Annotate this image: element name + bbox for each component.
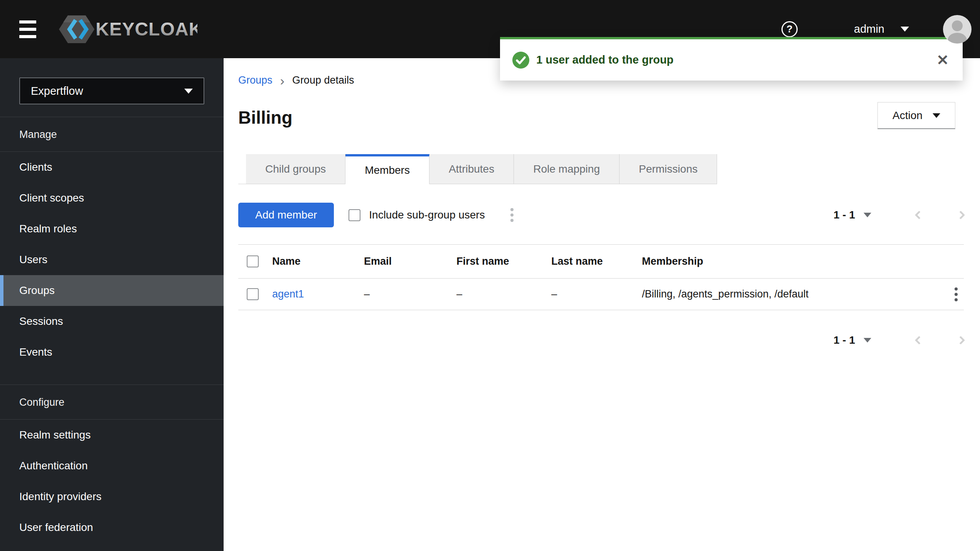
sidebar-item-client-scopes[interactable]: Client scopes: [0, 183, 224, 213]
next-page-icon[interactable]: [956, 336, 965, 345]
help-icon[interactable]: ?: [781, 21, 798, 37]
pagination-bottom: 1 - 1: [834, 334, 964, 346]
sidebar-item-realm-settings[interactable]: Realm settings: [0, 420, 224, 450]
realm-selector[interactable]: Expertflow: [19, 77, 204, 104]
pagination-range: 1 - 1: [834, 334, 855, 346]
logo-text: KEYCLOAK: [96, 19, 197, 39]
action-label: Action: [892, 109, 923, 122]
page-title: Billing: [238, 107, 964, 128]
member-email: –: [358, 288, 450, 300]
sidebar-nav: Expertflow Manage Clients Client scopes …: [0, 58, 224, 551]
sidebar-item-sessions[interactable]: Sessions: [0, 306, 224, 337]
avatar[interactable]: [943, 15, 972, 44]
members-table: Name Email First name Last name Membersh…: [238, 244, 964, 310]
tab-stub: [238, 154, 246, 184]
avatar-shoulders: [948, 33, 967, 44]
include-subgroups-label: Include sub-group users: [369, 209, 485, 221]
user-menu[interactable]: admin: [854, 23, 909, 35]
breadcrumb-groups-link[interactable]: Groups: [238, 74, 273, 86]
breadcrumb-current: Group details: [292, 74, 354, 86]
success-toast: 1 user added to the group ✕: [500, 37, 963, 81]
avatar-head: [952, 20, 963, 31]
row-kebab-icon[interactable]: [951, 284, 961, 305]
member-membership: /Billing, /agents_permission, /default: [636, 288, 937, 300]
toast-message: 1 user added to the group: [536, 54, 936, 66]
sidebar-item-user-federation[interactable]: User federation: [0, 512, 224, 543]
pagination-caret-icon[interactable]: [864, 213, 871, 217]
nav-section-configure: Configure: [0, 385, 224, 419]
pagination-bottom-wrap: 1 - 1: [238, 329, 964, 352]
caret-down-icon: [901, 27, 909, 32]
tab-attributes[interactable]: Attributes: [429, 154, 514, 184]
include-subgroups-checkbox[interactable]: [349, 209, 360, 221]
sidebar-item-identity-providers[interactable]: Identity providers: [0, 481, 224, 512]
members-toolbar: Add member Include sub-group users 1 - 1: [238, 203, 964, 227]
col-header-first-name: First name: [450, 255, 545, 267]
sidebar-item-users[interactable]: Users: [0, 244, 224, 275]
add-member-button[interactable]: Add member: [238, 203, 334, 227]
realm-name: Expertflow: [31, 85, 83, 97]
sidebar-item-events[interactable]: Events: [0, 337, 224, 368]
close-icon[interactable]: ✕: [936, 53, 949, 67]
keycloak-logo: KEYCLOAK: [59, 13, 197, 46]
pagination-top: 1 - 1: [834, 209, 964, 221]
sidebar-item-groups[interactable]: Groups: [0, 275, 224, 306]
sidebar-item-authentication[interactable]: Authentication: [0, 450, 224, 481]
next-page-icon[interactable]: [956, 211, 965, 220]
hamburger-icon[interactable]: [19, 20, 37, 38]
sidebar-item-realm-roles[interactable]: Realm roles: [0, 213, 224, 244]
tab-child-groups[interactable]: Child groups: [246, 154, 345, 184]
table-row: agent1 – – – /Billing, /agents_permissio…: [238, 279, 964, 310]
username: admin: [854, 23, 884, 35]
table-header-row: Name Email First name Last name Membersh…: [238, 245, 964, 279]
tab-bar: Child groups Members Attributes Role map…: [238, 154, 964, 184]
row-checkbox[interactable]: [247, 288, 259, 300]
member-name-link[interactable]: agent1: [266, 288, 358, 300]
check-circle-icon: [512, 52, 529, 69]
col-header-membership: Membership: [636, 255, 937, 267]
tab-permissions[interactable]: Permissions: [620, 154, 717, 184]
col-header-email: Email: [358, 255, 450, 267]
breadcrumb-separator-icon: ›: [280, 76, 285, 85]
tab-role-mapping[interactable]: Role mapping: [514, 154, 620, 184]
caret-down-icon: [184, 89, 193, 94]
pagination-caret-icon[interactable]: [864, 338, 871, 343]
caret-down-icon: [933, 113, 940, 118]
select-all-checkbox[interactable]: [247, 255, 259, 267]
prev-page-icon[interactable]: [915, 211, 924, 220]
action-dropdown-button[interactable]: Action: [877, 102, 955, 129]
member-last-name: –: [545, 288, 636, 300]
col-header-last-name: Last name: [545, 255, 636, 267]
prev-page-icon[interactable]: [915, 336, 924, 345]
nav-section-manage: Manage: [0, 117, 224, 151]
toolbar-kebab-icon[interactable]: [507, 204, 517, 226]
main-content: Groups › Group details Billing Action Ch…: [224, 58, 980, 551]
col-header-name: Name: [266, 255, 358, 267]
tab-members[interactable]: Members: [345, 154, 429, 184]
sidebar-item-clients[interactable]: Clients: [0, 152, 224, 183]
member-first-name: –: [450, 288, 545, 300]
pagination-range: 1 - 1: [834, 209, 855, 221]
